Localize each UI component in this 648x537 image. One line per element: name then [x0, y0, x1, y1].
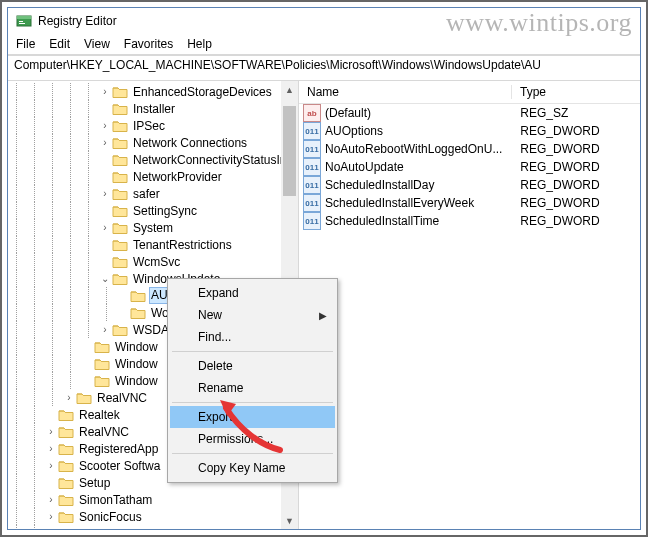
tree-item[interactable]: WcmSvc: [8, 253, 298, 270]
menubar: File Edit View Favorites Help: [8, 34, 640, 55]
tree-item[interactable]: ›System: [8, 219, 298, 236]
value-type: REG_DWORD: [512, 124, 640, 138]
menu-item-new[interactable]: New▶: [170, 304, 335, 326]
value-type: REG_DWORD: [512, 214, 640, 228]
scroll-down-icon[interactable]: ▼: [281, 512, 298, 529]
menu-item-permissions[interactable]: Permissions...: [170, 428, 335, 450]
tree-item-label: TenantRestrictions: [131, 238, 234, 252]
svg-rect-2: [19, 21, 23, 22]
submenu-arrow-icon: ▶: [319, 310, 327, 321]
menu-item-export[interactable]: Export: [170, 406, 335, 428]
menu-item-delete[interactable]: Delete: [170, 355, 335, 377]
value-name: ScheduledInstallTime: [325, 214, 439, 228]
titlebar: Registry Editor: [8, 8, 640, 34]
tree-item[interactable]: SettingSync: [8, 202, 298, 219]
value-row[interactable]: 011NoAutoRebootWithLoggedOnU...REG_DWORD: [299, 140, 640, 158]
tree-item-label: Window: [113, 357, 160, 371]
tree-item[interactable]: NetworkConnectivityStatusIndicator: [8, 151, 298, 168]
tree-item-label: IPSec: [131, 119, 167, 133]
chevron-right-icon[interactable]: ›: [44, 494, 58, 505]
value-name: (Default): [325, 106, 371, 120]
menu-help[interactable]: Help: [187, 37, 212, 51]
tree-item[interactable]: ›EnhancedStorageDevices: [8, 83, 298, 100]
tree-item-label: RealVNC: [95, 391, 149, 405]
value-row[interactable]: 011AUOptionsREG_DWORD: [299, 122, 640, 140]
menu-file[interactable]: File: [16, 37, 35, 51]
dword-value-icon: 011: [303, 122, 321, 140]
tree-item[interactable]: Installer: [8, 100, 298, 117]
menu-edit[interactable]: Edit: [49, 37, 70, 51]
folder-icon: [58, 493, 74, 507]
folder-icon: [112, 221, 128, 235]
tree-item[interactable]: ›Network Connections: [8, 134, 298, 151]
app-icon: [16, 13, 32, 29]
value-row[interactable]: 011ScheduledInstallTimeREG_DWORD: [299, 212, 640, 230]
tree-item-label: RealVNC: [77, 425, 131, 439]
folder-icon: [76, 391, 92, 405]
value-name: NoAutoUpdate: [325, 160, 404, 174]
tree-item-label: SoundResearch: [77, 527, 167, 530]
value-row[interactable]: 011ScheduledInstallEveryWeekREG_DWORD: [299, 194, 640, 212]
menu-item-rename[interactable]: Rename: [170, 377, 335, 399]
chevron-right-icon[interactable]: ›: [44, 443, 58, 454]
value-row[interactable]: ab(Default)REG_SZ: [299, 104, 640, 122]
value-name: ScheduledInstallEveryWeek: [325, 196, 474, 210]
menu-item-copy-key-name[interactable]: Copy Key Name: [170, 457, 335, 479]
value-row[interactable]: 011ScheduledInstallDayREG_DWORD: [299, 176, 640, 194]
folder-icon: [94, 340, 110, 354]
string-value-icon: ab: [303, 104, 321, 122]
tree-item-label: RegisteredApp: [77, 442, 160, 456]
folder-icon: [58, 510, 74, 524]
chevron-right-icon[interactable]: ›: [44, 426, 58, 437]
values-pane: Name Type ab(Default)REG_SZ011AUOptionsR…: [299, 81, 640, 529]
chevron-right-icon[interactable]: ›: [98, 137, 112, 148]
chevron-right-icon[interactable]: ›: [44, 528, 58, 529]
menu-view[interactable]: View: [84, 37, 110, 51]
chevron-right-icon[interactable]: ›: [44, 460, 58, 471]
tree-item[interactable]: ›SoundResearch: [8, 525, 298, 529]
folder-icon: [94, 374, 110, 388]
tree-item-label: Scooter Softwa: [77, 459, 162, 473]
tree-item[interactable]: ›SonicFocus: [8, 508, 298, 525]
menu-item-find[interactable]: Find...: [170, 326, 335, 348]
value-type: REG_DWORD: [512, 160, 640, 174]
chevron-right-icon[interactable]: ›: [98, 188, 112, 199]
value-type: REG_DWORD: [512, 178, 640, 192]
col-name[interactable]: Name: [299, 85, 512, 99]
menu-item-label: Expand: [198, 286, 239, 300]
tree-item-label: SonicFocus: [77, 510, 144, 524]
tree-item-label: Realtek: [77, 408, 122, 422]
chevron-right-icon[interactable]: ›: [98, 222, 112, 233]
chevron-right-icon[interactable]: ›: [44, 511, 58, 522]
folder-icon: [58, 442, 74, 456]
tree-item-label: NetworkConnectivityStatusIndicator: [131, 153, 298, 167]
menu-favorites[interactable]: Favorites: [124, 37, 173, 51]
tree-item[interactable]: ›IPSec: [8, 117, 298, 134]
chevron-right-icon[interactable]: ›: [98, 86, 112, 97]
scroll-thumb[interactable]: [283, 106, 296, 196]
menu-item-label: Find...: [198, 330, 231, 344]
chevron-right-icon[interactable]: ›: [98, 324, 112, 335]
value-row[interactable]: 011NoAutoUpdateREG_DWORD: [299, 158, 640, 176]
tree-item[interactable]: NetworkProvider: [8, 168, 298, 185]
value-name: ScheduledInstallDay: [325, 178, 434, 192]
chevron-down-icon[interactable]: ⌄: [98, 273, 112, 284]
folder-icon: [112, 255, 128, 269]
chevron-right-icon[interactable]: ›: [98, 120, 112, 131]
value-name: NoAutoRebootWithLoggedOnU...: [325, 142, 502, 156]
chevron-right-icon[interactable]: ›: [62, 392, 76, 403]
folder-icon: [58, 527, 74, 530]
scroll-up-icon[interactable]: ▲: [281, 81, 298, 98]
col-type[interactable]: Type: [512, 85, 640, 99]
tree-item-label: Network Connections: [131, 136, 249, 150]
dword-value-icon: 011: [303, 194, 321, 212]
tree-item[interactable]: ›SimonTatham: [8, 491, 298, 508]
address-bar[interactable]: Computer\HKEY_LOCAL_MACHINE\SOFTWARE\Pol…: [8, 55, 640, 81]
tree-item-label: SimonTatham: [77, 493, 154, 507]
folder-icon: [112, 119, 128, 133]
menu-item-expand[interactable]: Expand: [170, 282, 335, 304]
tree-item[interactable]: TenantRestrictions: [8, 236, 298, 253]
folder-icon: [130, 306, 146, 320]
folder-icon: [112, 187, 128, 201]
tree-item[interactable]: ›safer: [8, 185, 298, 202]
